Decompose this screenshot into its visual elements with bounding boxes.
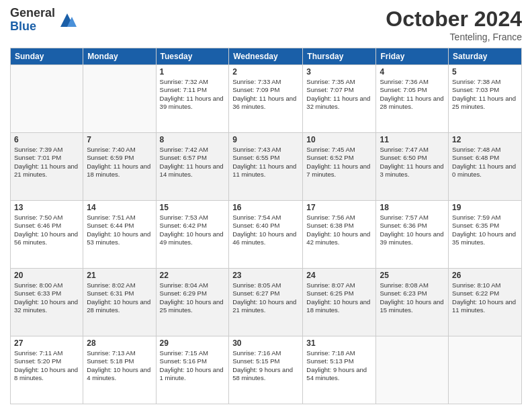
table-row: 8Sunrise: 7:42 AMSunset: 6:57 PMDaylight… (156, 133, 229, 201)
table-row: 19Sunrise: 7:59 AMSunset: 6:35 PMDayligh… (449, 201, 522, 269)
day-number: 5 (452, 67, 518, 77)
table-row (11, 65, 83, 133)
day-info: Sunrise: 7:50 AMSunset: 6:46 PMDaylight:… (14, 214, 78, 246)
day-number: 26 (452, 271, 518, 280)
logo-icon (57, 10, 77, 30)
month-title: October 2024 (386, 7, 522, 32)
table-row (83, 65, 156, 133)
day-number: 13 (14, 203, 79, 212)
day-info: Sunrise: 7:32 AMSunset: 7:11 PMDaylight:… (160, 78, 224, 110)
calendar-header-row: Sunday Monday Tuesday Wednesday Thursday… (11, 48, 522, 65)
table-row: 17Sunrise: 7:56 AMSunset: 6:38 PMDayligh… (303, 201, 376, 269)
table-row: 3Sunrise: 7:35 AMSunset: 7:07 PMDaylight… (303, 65, 376, 133)
header: General Blue October 2024 Tenteling, Fra… (10, 7, 522, 42)
day-number: 16 (232, 203, 299, 212)
day-number: 2 (232, 67, 299, 77)
logo-general-text: General (10, 7, 55, 20)
day-number: 28 (87, 338, 152, 348)
table-row: 26Sunrise: 8:10 AMSunset: 6:22 PMDayligh… (449, 269, 522, 336)
logo: General Blue (10, 7, 77, 34)
day-number: 6 (14, 135, 79, 144)
day-number: 24 (306, 271, 372, 280)
table-row (376, 336, 449, 404)
day-info: Sunrise: 8:07 AMSunset: 6:25 PMDaylight:… (306, 281, 370, 314)
col-tuesday: Tuesday (156, 48, 229, 65)
table-row: 2Sunrise: 7:33 AMSunset: 7:09 PMDaylight… (229, 65, 303, 133)
table-row: 23Sunrise: 8:05 AMSunset: 6:27 PMDayligh… (229, 269, 303, 336)
calendar-week-row: 20Sunrise: 8:00 AMSunset: 6:33 PMDayligh… (11, 269, 522, 336)
day-info: Sunrise: 7:45 AMSunset: 6:52 PMDaylight:… (306, 146, 370, 178)
table-row: 1Sunrise: 7:32 AMSunset: 7:11 PMDaylight… (156, 65, 229, 133)
day-number: 4 (380, 67, 445, 77)
table-row: 21Sunrise: 8:02 AMSunset: 6:31 PMDayligh… (83, 269, 156, 336)
calendar-week-row: 13Sunrise: 7:50 AMSunset: 6:46 PMDayligh… (11, 201, 522, 269)
table-row: 16Sunrise: 7:54 AMSunset: 6:40 PMDayligh… (229, 201, 303, 269)
day-info: Sunrise: 7:56 AMSunset: 6:38 PMDaylight:… (306, 214, 370, 246)
col-wednesday: Wednesday (229, 48, 303, 65)
day-info: Sunrise: 7:54 AMSunset: 6:40 PMDaylight:… (232, 214, 296, 246)
day-info: Sunrise: 7:38 AMSunset: 7:03 PMDaylight:… (452, 78, 516, 110)
day-info: Sunrise: 7:48 AMSunset: 6:48 PMDaylight:… (452, 146, 516, 178)
day-number: 12 (452, 135, 518, 144)
table-row: 31Sunrise: 7:18 AMSunset: 5:13 PMDayligh… (303, 336, 376, 404)
day-info: Sunrise: 7:42 AMSunset: 6:57 PMDaylight:… (160, 146, 224, 178)
day-number: 31 (306, 338, 372, 348)
col-saturday: Saturday (449, 48, 522, 65)
day-number: 10 (306, 135, 372, 144)
day-info: Sunrise: 7:13 AMSunset: 5:18 PMDaylight:… (87, 349, 150, 381)
day-number: 3 (306, 67, 372, 77)
table-row: 25Sunrise: 8:08 AMSunset: 6:23 PMDayligh… (376, 269, 449, 336)
logo-text: General Blue (10, 7, 55, 34)
day-info: Sunrise: 8:05 AMSunset: 6:27 PMDaylight:… (232, 281, 296, 314)
day-number: 30 (232, 338, 299, 348)
table-row: 4Sunrise: 7:36 AMSunset: 7:05 PMDaylight… (376, 65, 449, 133)
day-info: Sunrise: 7:39 AMSunset: 7:01 PMDaylight:… (14, 146, 78, 178)
table-row: 6Sunrise: 7:39 AMSunset: 7:01 PMDaylight… (11, 133, 83, 201)
day-info: Sunrise: 7:43 AMSunset: 6:55 PMDaylight:… (232, 146, 296, 178)
day-info: Sunrise: 7:57 AMSunset: 6:36 PMDaylight:… (380, 214, 443, 246)
day-info: Sunrise: 7:40 AMSunset: 6:59 PMDaylight:… (87, 146, 150, 178)
col-friday: Friday (376, 48, 449, 65)
day-info: Sunrise: 7:18 AMSunset: 5:13 PMDaylight:… (306, 349, 367, 381)
day-number: 29 (160, 338, 226, 348)
day-number: 25 (380, 271, 445, 280)
col-thursday: Thursday (303, 48, 376, 65)
table-row: 29Sunrise: 7:15 AMSunset: 5:16 PMDayligh… (156, 336, 229, 404)
day-number: 9 (232, 135, 299, 144)
table-row: 10Sunrise: 7:45 AMSunset: 6:52 PMDayligh… (303, 133, 376, 201)
location: Tenteling, France (386, 32, 522, 42)
day-info: Sunrise: 7:33 AMSunset: 7:09 PMDaylight:… (232, 78, 296, 110)
day-info: Sunrise: 8:00 AMSunset: 6:33 PMDaylight:… (14, 281, 78, 314)
logo-blue-text: Blue (10, 20, 55, 34)
day-number: 15 (160, 203, 226, 212)
col-monday: Monday (83, 48, 156, 65)
day-number: 21 (87, 271, 152, 280)
day-info: Sunrise: 8:02 AMSunset: 6:31 PMDaylight:… (87, 281, 150, 314)
day-number: 27 (14, 338, 79, 348)
table-row: 30Sunrise: 7:16 AMSunset: 5:15 PMDayligh… (229, 336, 303, 404)
table-row: 7Sunrise: 7:40 AMSunset: 6:59 PMDaylight… (83, 133, 156, 201)
table-row (449, 336, 522, 404)
calendar-week-row: 6Sunrise: 7:39 AMSunset: 7:01 PMDaylight… (11, 133, 522, 201)
day-info: Sunrise: 8:10 AMSunset: 6:22 PMDaylight:… (452, 281, 516, 314)
day-info: Sunrise: 8:08 AMSunset: 6:23 PMDaylight:… (380, 281, 443, 314)
title-section: October 2024 Tenteling, France (386, 7, 522, 42)
day-number: 8 (160, 135, 226, 144)
table-row: 28Sunrise: 7:13 AMSunset: 5:18 PMDayligh… (83, 336, 156, 404)
day-number: 23 (232, 271, 299, 280)
table-row: 18Sunrise: 7:57 AMSunset: 6:36 PMDayligh… (376, 201, 449, 269)
table-row: 11Sunrise: 7:47 AMSunset: 6:50 PMDayligh… (376, 133, 449, 201)
day-info: Sunrise: 7:53 AMSunset: 6:42 PMDaylight:… (160, 214, 224, 246)
day-info: Sunrise: 7:51 AMSunset: 6:44 PMDaylight:… (87, 214, 150, 246)
calendar: Sunday Monday Tuesday Wednesday Thursday… (10, 48, 522, 404)
day-info: Sunrise: 7:16 AMSunset: 5:15 PMDaylight:… (232, 349, 293, 381)
day-info: Sunrise: 7:11 AMSunset: 5:20 PMDaylight:… (14, 349, 78, 381)
day-number: 22 (160, 271, 226, 280)
table-row: 24Sunrise: 8:07 AMSunset: 6:25 PMDayligh… (303, 269, 376, 336)
day-number: 20 (14, 271, 79, 280)
day-number: 7 (87, 135, 152, 144)
table-row: 22Sunrise: 8:04 AMSunset: 6:29 PMDayligh… (156, 269, 229, 336)
table-row: 27Sunrise: 7:11 AMSunset: 5:20 PMDayligh… (11, 336, 83, 404)
calendar-week-row: 27Sunrise: 7:11 AMSunset: 5:20 PMDayligh… (11, 336, 522, 404)
day-info: Sunrise: 7:36 AMSunset: 7:05 PMDaylight:… (380, 78, 443, 110)
